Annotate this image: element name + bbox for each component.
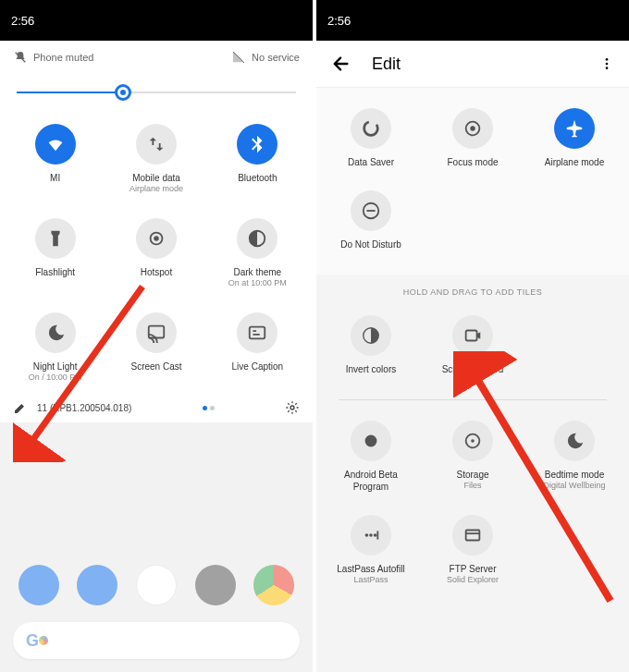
chrome-app[interactable]	[253, 565, 294, 605]
phone-right: 2:56 Edit Data SaverFocus modeAirplane m…	[316, 0, 629, 672]
tile-sublabel: On / 10:00 PM	[29, 373, 82, 383]
clock: 2:56	[11, 14, 34, 28]
beta-icon	[351, 421, 391, 461]
tile-bedtime[interactable]: Bedtime modeDigital Wellbeing	[525, 413, 623, 504]
flashlight-icon	[35, 218, 76, 259]
back-icon[interactable]	[331, 54, 352, 74]
tile-airplane[interactable]: Airplane mode	[525, 101, 623, 179]
tile-hotspot[interactable]: Hotspot	[108, 211, 204, 299]
tile-sublabel: LastPass	[353, 575, 388, 585]
phone-app[interactable]	[18, 565, 59, 605]
ftp-icon	[452, 515, 493, 556]
tile-sublabel: Digital Wellbeing	[544, 481, 606, 491]
tile-label: Bluetooth	[238, 172, 277, 184]
tile-label: Bedtime mode	[545, 469, 604, 481]
focus-icon	[452, 108, 493, 149]
tile-sublabel: Airplane mode	[130, 184, 183, 194]
tile-label: FTP Server	[450, 563, 497, 575]
dark-icon	[237, 218, 278, 259]
brightness-slider[interactable]	[0, 74, 313, 107]
messages-app[interactable]	[77, 565, 117, 605]
datasaver-icon	[351, 108, 391, 149]
dnd-icon	[351, 190, 391, 231]
home-screen: G	[0, 422, 313, 672]
phone-left: 2:56 Phone muted No service MIMobile dat…	[0, 0, 313, 672]
muted-label: Phone muted	[33, 52, 93, 63]
tile-label: Android Beta Program	[326, 469, 416, 493]
tile-label: MI	[50, 172, 60, 184]
edit-header: Edit	[316, 41, 629, 88]
tile-sublabel: Solid Explorer	[447, 575, 499, 585]
build-label: 11 (RPB1.200504.018)	[37, 403, 131, 413]
tile-label: Invert colors	[346, 363, 396, 375]
clock: 2:56	[327, 14, 351, 28]
tile-label: Night Light	[33, 360, 78, 373]
pencil-icon[interactable]	[13, 400, 28, 415]
tile-beta[interactable]: Android Beta Program	[322, 413, 420, 504]
record-icon	[452, 315, 493, 356]
tile-label: Airplane mode	[545, 156, 604, 168]
tile-dnd[interactable]: Do Not Disturb	[322, 183, 420, 262]
dock	[0, 565, 313, 605]
tile-swap[interactable]: Mobile dataAirplane mode	[108, 116, 204, 205]
wifi-icon	[35, 124, 76, 165]
tile-datasaver[interactable]: Data Saver	[322, 101, 420, 179]
notification-bar: Phone muted No service	[0, 41, 313, 74]
signal-off-icon	[231, 50, 246, 65]
page-indicator	[203, 406, 215, 410]
bell-off-icon	[13, 50, 28, 65]
tile-label: Data Saver	[348, 156, 394, 168]
slider-thumb[interactable]	[115, 84, 131, 101]
tile-sublabel: Files	[463, 481, 481, 491]
tile-invert[interactable]: Invert colors	[322, 308, 420, 386]
active-tiles: Data SaverFocus modeAirplane modeDo Not …	[316, 88, 629, 275]
gear-icon[interactable]	[285, 400, 300, 415]
tile-label: Focus mode	[447, 156, 498, 168]
tile-label: Dark theme	[233, 266, 281, 278]
tile-label: Screen Record	[442, 363, 504, 375]
page-title: Edit	[372, 55, 599, 74]
tile-label: Do Not Disturb	[340, 238, 401, 250]
invert-icon	[351, 315, 391, 356]
tile-moon[interactable]: Night LightOn / 10:00 PM	[7, 305, 103, 394]
play-app[interactable]	[136, 565, 177, 605]
tile-cast[interactable]: Screen Cast	[108, 305, 204, 394]
cast-icon	[136, 312, 177, 353]
tile-dark[interactable]: Dark themeOn at 10:00 PM	[210, 211, 305, 299]
tile-caption[interactable]: Live Caption	[210, 305, 305, 394]
tile-label: LastPass Autofill	[337, 563, 404, 575]
edit-body: Data SaverFocus modeAirplane modeDo Not …	[316, 88, 629, 672]
camera-app[interactable]	[195, 565, 236, 605]
tile-label: Storage	[456, 469, 488, 481]
caption-icon	[237, 312, 278, 353]
inactive-tiles-row: Invert colorsScreen Record	[316, 304, 629, 390]
status-bar: 2:56	[0, 0, 313, 41]
hotspot-icon	[136, 218, 177, 259]
tile-lastpass[interactable]: LastPass AutofillLastPass	[322, 507, 420, 596]
inactive-tiles-row: Android Beta ProgramStorageFilesBedtime …	[316, 409, 629, 600]
divider	[339, 399, 607, 400]
lastpass-icon	[351, 515, 391, 556]
quick-settings-footer: 11 (RPB1.200504.018)	[0, 393, 313, 422]
service-label: No service	[252, 52, 300, 63]
bedtime-icon	[554, 421, 595, 461]
tile-label: Flashlight	[35, 266, 75, 278]
tile-record[interactable]: Screen Record	[424, 308, 522, 386]
bluetooth-icon	[237, 124, 278, 165]
tile-wifi[interactable]: MI	[7, 116, 103, 205]
tile-label: Mobile data	[132, 172, 180, 184]
tile-ftp[interactable]: FTP ServerSolid Explorer	[424, 507, 522, 596]
search-bar[interactable]: G	[13, 622, 300, 659]
swap-icon	[136, 124, 177, 165]
tile-label: Hotspot	[141, 266, 172, 278]
status-bar: 2:56	[316, 0, 629, 41]
tile-label: Live Caption	[232, 360, 284, 373]
more-icon[interactable]	[599, 56, 614, 71]
airplane-icon	[554, 108, 595, 149]
tile-storage[interactable]: StorageFiles	[424, 413, 522, 504]
tile-focus[interactable]: Focus mode	[424, 101, 522, 179]
tile-label: Screen Cast	[130, 360, 181, 373]
tile-flashlight[interactable]: Flashlight	[7, 211, 103, 299]
tile-bluetooth[interactable]: Bluetooth	[210, 116, 305, 205]
drag-hint: HOLD AND DRAG TO ADD TILES	[316, 275, 629, 304]
